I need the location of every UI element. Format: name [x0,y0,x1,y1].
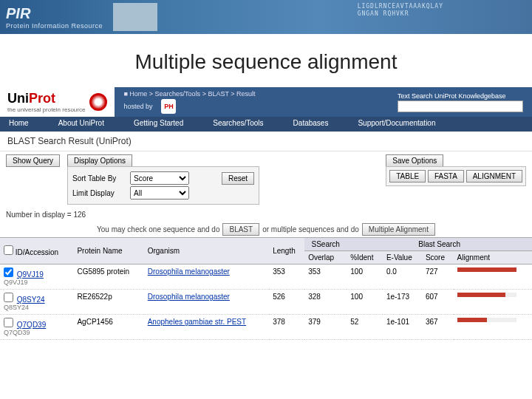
nav-support[interactable]: Support/Documentation [349,117,456,132]
results-table: ID/Accession Protein Name Organism Lengt… [0,237,532,340]
cell-alignment [454,315,532,340]
hint-mid: or multiple sequences and do [262,225,359,233]
th-score[interactable]: Score [422,251,454,265]
row-checkbox[interactable] [4,267,13,277]
organism-link[interactable]: Drosophila melanogaster [148,293,230,301]
th-ssearch-group: SSearch [304,238,347,251]
alignment-tab[interactable]: ALIGNMENT [466,170,522,183]
accession-link[interactable]: Q9VJ19 [17,270,44,279]
cell-ident: 100 [347,265,383,290]
uniprot-banner: UniProt the universal protein resource ■… [0,87,532,117]
hosted-by-label: hosted by [123,103,152,110]
action-hint-row: You may check one sequence and do BLAST … [0,222,532,237]
cell-overlap: 328 [304,290,347,315]
limit-select[interactable]: All [130,186,189,200]
organism-link[interactable]: Drosophila melanogaster [148,267,230,276]
th-id[interactable]: ID/Accession [0,238,73,265]
th-organism[interactable]: Organism [144,238,269,265]
table-row: Q7QD39Q7QD39AgCP1456Anopheles gambiae st… [0,315,532,340]
cell-length: 526 [269,290,304,315]
blast-button[interactable]: BLAST [222,223,259,236]
display-options-tab[interactable]: Display Options [67,154,132,166]
save-options-tab[interactable]: Save Options [386,154,443,166]
reset-button[interactable]: Reset [222,172,254,185]
accession-link[interactable]: Q7QD39 [17,321,46,329]
nav-home[interactable]: Home [0,117,50,132]
search-block: Text Search UniProt Knowledgebase [398,92,523,112]
result-count: Number in display = 126 [0,208,532,222]
nav-getting-started[interactable]: Getting Started [125,117,204,132]
cell-ident: 52 [347,315,383,340]
search-input[interactable] [398,100,523,112]
uniprot-logo-block: UniProt the universal protein resource [0,87,115,117]
row-checkbox[interactable] [4,318,13,327]
cell-alignment [454,265,532,290]
pir-full-name: Protein Information Resource [6,22,103,30]
cell-alignment [454,290,532,315]
breadcrumb[interactable]: ■ Home > Searches/Tools > BLAST > Result [123,90,389,98]
cell-score: 607 [422,290,454,315]
cell-evalue: 1e-173 [383,290,422,315]
uniprot-logo-uni: Uni [7,91,29,106]
toolbar: Show Query Display Options Sort Table By… [0,151,532,208]
pir-header-image [113,3,157,31]
cell-protein: AgCP1456 [73,315,143,340]
organism-link[interactable]: Anopheles gambiae str. PEST [148,318,246,326]
th-length[interactable]: Length [269,238,304,265]
nav-searches-tools[interactable]: Searches/Tools [204,117,284,132]
show-query-button[interactable]: Show Query [6,154,60,167]
sort-label: Sort Table By [72,174,126,183]
search-label: Text Search UniProt Knowledgebase [398,92,506,100]
slide-title: Multiple sequence alignment [0,50,532,74]
table-row: Q9VJ19Q9VJ19CG5895 proteinDrosophila mel… [0,265,532,290]
cell-protein: CG5895 protein [73,265,143,290]
table-tab[interactable]: TABLE [389,170,426,183]
cell-evalue: 0.0 [383,265,422,290]
cell-length: 378 [269,315,304,340]
uniprot-logo-prot: Prot [29,91,55,106]
cell-length: 353 [269,265,304,290]
pir-banner: PIR Protein Information Resource LIGDLRN… [0,0,532,34]
uniprot-tagline: the universal protein resource [7,106,85,113]
th-protein[interactable]: Protein Name [73,238,143,265]
cell-evalue: 1e-101 [383,315,422,340]
th-evalue[interactable]: E-Value [383,251,422,265]
fasta-tab[interactable]: FASTA [428,170,464,183]
cell-score: 367 [422,315,454,340]
th-alignment[interactable]: Alignment [454,251,532,265]
cell-protein: RE26522p [73,290,143,315]
accession-sub: Q7QD39 [4,329,69,336]
row-checkbox[interactable] [4,293,13,302]
accession-link[interactable]: Q8SY24 [17,296,45,304]
table-row: Q8SY24Q8SY24RE26522pDrosophila melanogas… [0,290,532,315]
accession-sub: Q8SY24 [4,304,69,311]
cell-overlap: 353 [304,265,347,290]
cell-score: 727 [422,265,454,290]
uniprot-globe-icon [89,93,107,111]
page-subhead: BLAST Search Result (UniProt) [0,132,532,151]
host-logo-icon: PH [161,99,176,114]
nav-about[interactable]: About UniProt [50,117,125,132]
accession-sub: Q9VJ19 [4,279,69,286]
th-blast-group: Blast Search [347,238,532,251]
multiple-alignment-button[interactable]: Multiple Alignment [362,223,435,236]
pir-sequence-decor: LIGDLRNCEAVTAAAKQLAY GNGAN RQHVKR [358,3,443,17]
pir-logo: PIR [6,5,103,22]
th-overlap[interactable]: Overlap [304,251,347,265]
cell-overlap: 379 [304,315,347,340]
main-nav: Home About UniProt Getting Started Searc… [0,117,532,132]
select-all-checkbox[interactable] [4,245,13,255]
sort-select[interactable]: Score [130,171,189,185]
th-ident[interactable]: %Ident [347,251,383,265]
cell-ident: 100 [347,290,383,315]
limit-label: Limit Display [72,189,126,197]
slide-title-area: Multiple sequence alignment [0,34,532,87]
nav-databases[interactable]: Databases [284,117,349,132]
hint-pre: You may check one sequence and do [97,225,219,233]
